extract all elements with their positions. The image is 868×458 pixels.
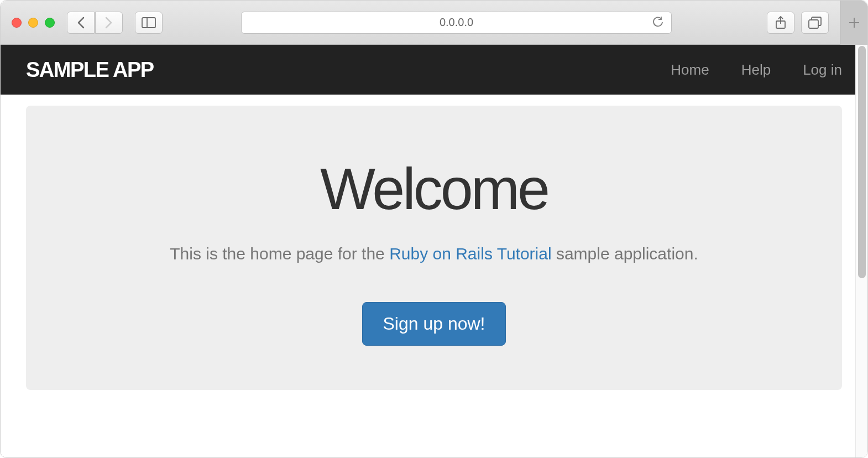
signup-button[interactable]: Sign up now!	[362, 302, 505, 346]
url-text: 0.0.0.0	[440, 16, 473, 29]
svg-rect-4	[809, 20, 818, 28]
address-bar[interactable]: 0.0.0.0	[241, 12, 672, 34]
window-minimize-button[interactable]	[28, 18, 38, 28]
tabs-button[interactable]	[801, 12, 829, 34]
sidebar-toggle-button[interactable]	[135, 12, 163, 34]
nav-link-help[interactable]: Help	[741, 61, 771, 79]
new-tab-button[interactable]	[840, 1, 867, 45]
nav-link-home[interactable]: Home	[671, 61, 709, 79]
scrollbar-track[interactable]	[855, 45, 867, 458]
window-close-button[interactable]	[12, 18, 22, 28]
page-content: Welcome This is the home page for the Ru…	[1, 95, 867, 458]
hero-jumbotron: Welcome This is the home page for the Ru…	[26, 106, 842, 390]
hero-subtitle: This is the home page for the Ruby on Ra…	[48, 244, 820, 263]
nav-link-login[interactable]: Log in	[803, 61, 842, 79]
window-maximize-button[interactable]	[45, 18, 55, 28]
nav-links: Home Help Log in	[671, 61, 842, 79]
share-button[interactable]	[767, 12, 794, 34]
forward-button[interactable]	[95, 12, 123, 34]
subtitle-prefix: This is the home page for the	[170, 244, 389, 263]
window-controls	[12, 18, 55, 28]
scrollbar-thumb[interactable]	[858, 46, 866, 278]
app-navbar: SAMPLE APP Home Help Log in	[1, 45, 867, 95]
hero-title: Welcome	[48, 155, 820, 222]
reload-icon[interactable]	[652, 17, 663, 29]
navigation-buttons	[67, 12, 123, 34]
browser-toolbar: 0.0.0.0	[1, 1, 867, 45]
right-toolbar-controls	[767, 1, 856, 45]
back-button[interactable]	[67, 12, 95, 34]
brand-logo[interactable]: SAMPLE APP	[26, 58, 154, 82]
tutorial-link[interactable]: Ruby on Rails Tutorial	[389, 244, 551, 263]
svg-rect-0	[142, 18, 155, 28]
subtitle-suffix: sample application.	[552, 244, 698, 263]
